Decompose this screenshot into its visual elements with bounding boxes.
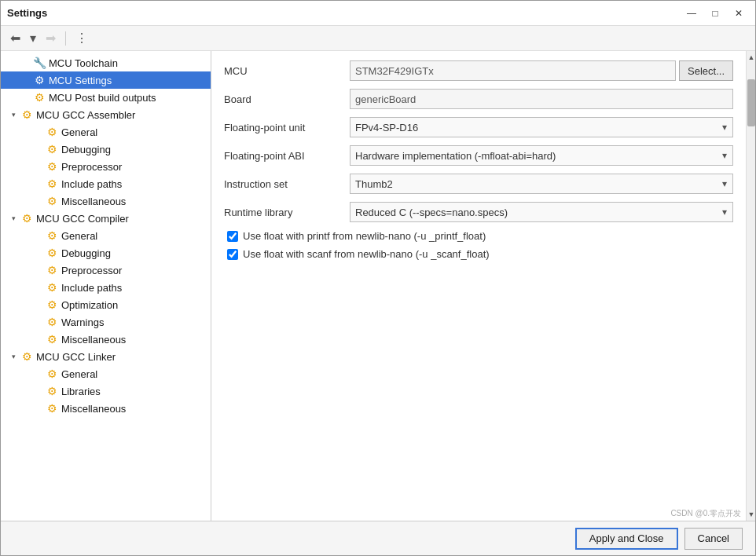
rtlib-row: Runtime library Reduced C (--specs=nano.… xyxy=(224,202,733,222)
tree-item-linker-libraries[interactable]: ⚙ Libraries xyxy=(1,382,211,400)
right-scrollbar: ▲ ▼ xyxy=(746,51,755,521)
tree-item-compiler-preprocessor[interactable]: ⚙ Preprocessor xyxy=(1,262,211,279)
compiler-include-paths-icon: ⚙ xyxy=(45,281,59,294)
watermark: CSDN @0.零点开发 xyxy=(670,508,741,519)
tree-panel: 🔧 MCU Toolchain ⚙ MCU Settings ⚙ MCU Pos… xyxy=(1,51,211,521)
mcu-gcc-linker-label: MCU GCC Linker xyxy=(36,351,116,363)
fpabi-label: Floating-point ABI xyxy=(224,150,350,162)
main-content: 🔧 MCU Toolchain ⚙ MCU Settings ⚙ MCU Pos… xyxy=(1,51,755,521)
fpu-label: Floating-point unit xyxy=(224,122,350,134)
fpabi-dropdown[interactable]: Hardware implementation (-mfloat-abi=har… xyxy=(350,145,733,166)
scrollbar-track xyxy=(747,64,755,508)
board-input[interactable] xyxy=(350,89,733,109)
fpu-row: Floating-point unit FPv4-SP-D16 xyxy=(224,117,733,137)
printf-float-checkbox[interactable] xyxy=(227,231,238,242)
board-row: Board xyxy=(224,89,733,109)
assembler-include-paths-label: Include paths xyxy=(61,178,122,190)
tree-item-compiler-warnings[interactable]: ⚙ Warnings xyxy=(1,313,211,331)
linker-miscellaneous-label: Miscellaneous xyxy=(61,403,126,415)
dropdown-arrow-icon: ▾ xyxy=(30,31,36,46)
assembler-general-icon: ⚙ xyxy=(45,126,59,138)
scrollbar-thumb[interactable] xyxy=(747,79,755,126)
scrollbar-up-button[interactable]: ▲ xyxy=(747,51,755,64)
rtlib-label: Runtime library xyxy=(224,207,350,218)
title-bar-left: Settings xyxy=(7,7,47,19)
compiler-optimization-label: Optimization xyxy=(61,299,118,311)
cancel-button[interactable]: Cancel xyxy=(684,528,743,550)
close-button[interactable]: ✕ xyxy=(728,5,749,21)
tree-item-mcu-settings[interactable]: ⚙ MCU Settings xyxy=(1,71,211,89)
bottom-bar: Apply and Close Cancel xyxy=(1,521,755,555)
compiler-debugging-label: Debugging xyxy=(61,247,111,259)
fpabi-row: Floating-point ABI Hardware implementati… xyxy=(224,145,733,166)
assembler-miscellaneous-label: Miscellaneous xyxy=(61,196,126,207)
mcu-post-build-icon: ⚙ xyxy=(32,91,46,104)
mcu-row: MCU Select... xyxy=(224,60,733,81)
mcu-gcc-assembler-label: MCU GCC Assembler xyxy=(36,109,135,121)
settings-window: Settings — □ ✕ ⬅ ▾ ➡ ⋮ 🔧 MC xyxy=(0,0,756,556)
fpu-dropdown[interactable]: FPv4-SP-D16 xyxy=(350,117,733,137)
tree-item-compiler-optimization[interactable]: ⚙ Optimization xyxy=(1,296,211,313)
tree-item-assembler-preprocessor[interactable]: ⚙ Preprocessor xyxy=(1,158,211,175)
title-bar: Settings — □ ✕ xyxy=(1,1,755,26)
fpu-dropdown-wrapper: FPv4-SP-D16 xyxy=(350,117,733,137)
tree-item-assembler-miscellaneous[interactable]: ⚙ Miscellaneous xyxy=(1,192,211,210)
fpabi-dropdown-wrapper: Hardware implementation (-mfloat-abi=har… xyxy=(350,145,733,166)
more-button[interactable]: ⋮ xyxy=(72,29,91,47)
mcu-gcc-assembler-icon: ⚙ xyxy=(20,108,34,121)
scrollbar-down-button[interactable]: ▼ xyxy=(747,508,755,521)
tree-item-compiler-miscellaneous[interactable]: ⚙ Miscellaneous xyxy=(1,331,211,348)
tree-item-compiler-include-paths[interactable]: ⚙ Include paths xyxy=(1,279,211,296)
linker-libraries-label: Libraries xyxy=(61,386,101,397)
tree-item-linker-miscellaneous[interactable]: ⚙ Miscellaneous xyxy=(1,400,211,417)
tree-item-assembler-debugging[interactable]: ⚙ Debugging xyxy=(1,141,211,158)
tree-item-compiler-debugging[interactable]: ⚙ Debugging xyxy=(1,244,211,262)
tree-item-mcu-gcc-compiler[interactable]: ▾ ⚙ MCU GCC Compiler xyxy=(1,210,211,227)
assembler-preprocessor-label: Preprocessor xyxy=(61,161,122,173)
mcu-toolchain-label: MCU Toolchain xyxy=(49,57,118,69)
linker-libraries-icon: ⚙ xyxy=(45,385,59,397)
mcu-gcc-compiler-icon: ⚙ xyxy=(20,212,34,225)
checkbox1-row: Use float with printf from newlib-nano (… xyxy=(224,230,733,242)
mcu-label: MCU xyxy=(224,65,350,77)
scanf-float-label: Use float with scanf from newlib-nano (-… xyxy=(243,248,490,260)
tree-item-compiler-general[interactable]: ⚙ General xyxy=(1,227,211,244)
window-controls: — □ ✕ xyxy=(681,5,749,21)
back-button[interactable]: ⬅ xyxy=(7,29,24,47)
iset-dropdown-wrapper: Thumb2 xyxy=(350,174,733,194)
tree-item-assembler-include-paths[interactable]: ⚙ Include paths xyxy=(1,175,211,192)
scanf-float-checkbox[interactable] xyxy=(227,249,238,260)
select-mcu-button[interactable]: Select... xyxy=(679,60,733,81)
mcu-post-build-label: MCU Post build outputs xyxy=(49,92,156,104)
iset-dropdown[interactable]: Thumb2 xyxy=(350,174,733,194)
tree-item-mcu-gcc-linker[interactable]: ▾ ⚙ MCU GCC Linker xyxy=(1,348,211,365)
mcu-settings-label: MCU Settings xyxy=(49,75,112,86)
compiler-warnings-label: Warnings xyxy=(61,316,104,328)
tree-item-mcu-gcc-assembler[interactable]: ▾ ⚙ MCU GCC Assembler xyxy=(1,106,211,123)
assembler-debugging-label: Debugging xyxy=(61,144,111,155)
assembler-preprocessor-icon: ⚙ xyxy=(45,160,59,173)
compiler-preprocessor-icon: ⚙ xyxy=(45,264,59,276)
forward-button[interactable]: ➡ xyxy=(42,29,59,47)
toolbar-dropdown-button[interactable]: ▾ xyxy=(27,29,39,47)
mcu-gcc-linker-icon: ⚙ xyxy=(20,350,34,363)
compiler-miscellaneous-label: Miscellaneous xyxy=(61,334,126,346)
mcu-toolchain-icon: 🔧 xyxy=(32,57,46,69)
mcu-input[interactable] xyxy=(350,60,676,81)
linker-miscellaneous-icon: ⚙ xyxy=(45,402,59,415)
compiler-debugging-icon: ⚙ xyxy=(45,247,59,259)
tree-item-mcu-post-build[interactable]: ⚙ MCU Post build outputs xyxy=(1,89,211,106)
tree-item-linker-general[interactable]: ⚙ General xyxy=(1,365,211,382)
apply-and-close-button[interactable]: Apply and Close xyxy=(575,528,678,550)
assembler-include-paths-icon: ⚙ xyxy=(45,177,59,190)
tree-item-assembler-general[interactable]: ⚙ General xyxy=(1,123,211,141)
mcu-gcc-compiler-label: MCU GCC Compiler xyxy=(36,213,129,225)
board-input-wrapper xyxy=(350,89,733,109)
maximize-button[interactable]: □ xyxy=(705,5,725,21)
rtlib-dropdown[interactable]: Reduced C (--specs=nano.specs) xyxy=(350,202,733,222)
tree-item-mcu-toolchain[interactable]: 🔧 MCU Toolchain xyxy=(1,54,211,71)
linker-general-icon: ⚙ xyxy=(45,368,59,380)
compiler-optimization-icon: ⚙ xyxy=(45,298,59,311)
minimize-button[interactable]: — xyxy=(681,5,702,21)
toggle-mcu-gcc-compiler: ▾ xyxy=(7,214,20,222)
